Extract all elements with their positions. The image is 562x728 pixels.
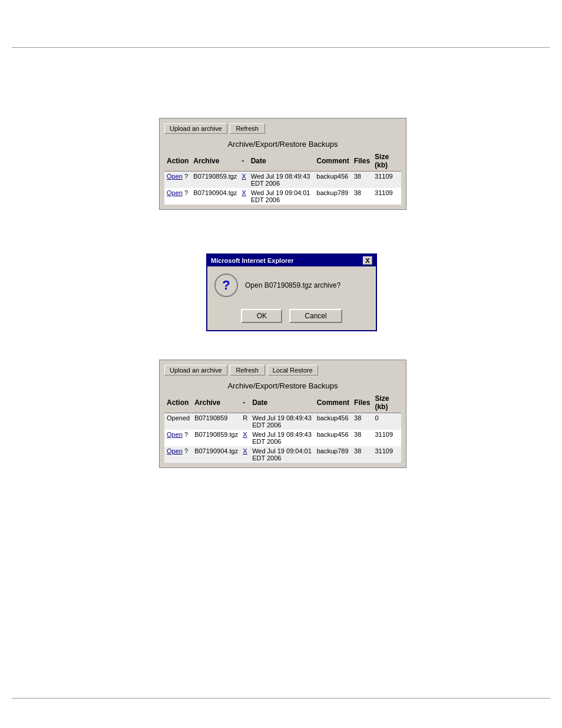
row3-3-action: Open ?: [164, 446, 192, 463]
row3-3-sep[interactable]: X: [240, 446, 250, 463]
row2-action-q: ?: [184, 189, 188, 196]
dialog-close-button[interactable]: X: [363, 256, 372, 265]
row3-1-archive: B07190859: [192, 413, 240, 430]
row3-1-sep: R: [240, 413, 250, 430]
upload-archive-button-3[interactable]: Upload an archive: [164, 365, 227, 375]
section1-toolbar: Upload an archive Refresh: [164, 123, 401, 134]
col-action-3: Action: [164, 393, 192, 413]
table-row: Opened B07190859 R Wed Jul 19 08:49:43 E…: [164, 413, 401, 430]
question-icon: ?: [214, 274, 238, 297]
table-row: Open ? B07190859.tgz X Wed Jul 19 08:49:…: [164, 172, 401, 189]
table-row: Open ? B07190904.tgz X Wed Jul 19 09:04:…: [164, 188, 401, 205]
section1-container: Upload an archive Refresh Archive/Export…: [159, 118, 406, 210]
row3-2-date: Wed Jul 19 08:49:43 EDT 2006: [250, 430, 315, 446]
row3-1-date: Wed Jul 19 08:49:43 EDT 2006: [250, 413, 315, 430]
col-comment-3: Comment: [315, 393, 352, 413]
section1-panel: Upload an archive Refresh Archive/Export…: [159, 118, 406, 210]
dialog-buttons: OK Cancel: [207, 304, 376, 330]
ie-dialog: Microsoft Internet Explorer X ? Open B07…: [206, 253, 377, 331]
row1-archive: B07190859.tgz: [191, 172, 239, 189]
row3-1-comment: backup456: [315, 413, 352, 430]
ok-button[interactable]: OK: [241, 309, 282, 323]
row3-2-files: 38: [352, 430, 372, 446]
row2-archive: B07190904.tgz: [191, 188, 239, 205]
col-files-1: Files: [352, 151, 372, 172]
row1-files: 38: [352, 172, 372, 189]
open-link-3-3[interactable]: Open: [167, 447, 183, 454]
row3-2-action: Open ?: [164, 430, 192, 446]
bottom-rule: [12, 698, 550, 699]
dialog-title: Microsoft Internet Explorer: [211, 257, 294, 264]
refresh-button-1[interactable]: Refresh: [230, 123, 265, 134]
dialog-titlebar: Microsoft Internet Explorer X: [207, 255, 376, 266]
row3-2-sep[interactable]: X: [240, 430, 250, 446]
open-link-1[interactable]: Open: [167, 173, 183, 180]
row2-sep[interactable]: X: [239, 188, 248, 205]
row3-3-comment: backup789: [315, 446, 352, 463]
col-date-3: Date: [250, 393, 315, 413]
row3-3-files: 38: [352, 446, 372, 463]
cancel-button[interactable]: Cancel: [289, 309, 342, 323]
row3-3-action-q: ?: [184, 447, 188, 454]
row1-action-q: ?: [184, 173, 188, 180]
section3-table-title: Archive/Export/Restore Backups: [164, 379, 401, 393]
row1-sep[interactable]: X: [239, 172, 248, 189]
col-date-1: Date: [249, 151, 315, 172]
row3-1-action: Opened: [164, 413, 192, 430]
dialog-message: Open B07190859.tgz archive?: [245, 281, 340, 289]
section3-panel: Upload an archive Refresh Local Restore …: [159, 360, 406, 468]
row2-files: 38: [352, 188, 372, 205]
section1-table-title: Archive/Export/Restore Backups: [164, 137, 401, 151]
section1-table: Action Archive - Date Comment Files Size…: [164, 151, 401, 205]
col-size-1: Size (kb): [372, 151, 401, 172]
section3-container: Upload an archive Refresh Local Restore …: [159, 360, 406, 468]
col-sep-1: -: [239, 151, 248, 172]
row1-action: Open ?: [164, 172, 191, 189]
col-archive-1: Archive: [191, 151, 239, 172]
open-link-2[interactable]: Open: [167, 189, 183, 196]
col-action-1: Action: [164, 151, 191, 172]
refresh-button-3[interactable]: Refresh: [230, 365, 265, 375]
row3-1-size: 0: [372, 413, 401, 430]
dialog-container: Microsoft Internet Explorer X ? Open B07…: [206, 253, 377, 331]
row3-2-size: 31109: [372, 430, 401, 446]
col-size-3: Size (kb): [372, 393, 401, 413]
dialog-body: ? Open B07190859.tgz archive?: [207, 266, 376, 304]
row2-size: 31109: [372, 188, 401, 205]
col-files-3: Files: [352, 393, 372, 413]
table-row: Open ? B07190859.tgz X Wed Jul 19 08:49:…: [164, 430, 401, 446]
row3-2-action-q: ?: [184, 431, 188, 438]
row3-3-size: 31109: [372, 446, 401, 463]
row2-date: Wed Jul 19 09:04:01 EDT 2006: [249, 188, 315, 205]
local-restore-button[interactable]: Local Restore: [267, 365, 318, 375]
row3-2-comment: backup456: [315, 430, 352, 446]
row3-1-files: 38: [352, 413, 372, 430]
table-row: Open ? B07190904.tgz X Wed Jul 19 09:04:…: [164, 446, 401, 463]
section3-toolbar: Upload an archive Refresh Local Restore: [164, 365, 401, 375]
row1-comment: backup456: [314, 172, 351, 189]
row2-action: Open ?: [164, 188, 191, 205]
row1-size: 31109: [372, 172, 401, 189]
row3-3-archive: B07190904.tgz: [192, 446, 240, 463]
top-rule: [12, 47, 550, 48]
row2-comment: backup789: [314, 188, 351, 205]
upload-archive-button-1[interactable]: Upload an archive: [164, 123, 227, 134]
open-link-3-2[interactable]: Open: [167, 431, 183, 438]
row3-3-date: Wed Jul 19 09:04:01 EDT 2006: [250, 446, 315, 463]
row3-2-archive: B07190859.tgz: [192, 430, 240, 446]
col-comment-1: Comment: [314, 151, 351, 172]
col-archive-3: Archive: [192, 393, 240, 413]
col-sep-3: -: [240, 393, 250, 413]
section3-table: Action Archive - Date Comment Files Size…: [164, 393, 401, 463]
row1-date: Wed Jul 19 08:49:43 EDT 2006: [249, 172, 315, 189]
